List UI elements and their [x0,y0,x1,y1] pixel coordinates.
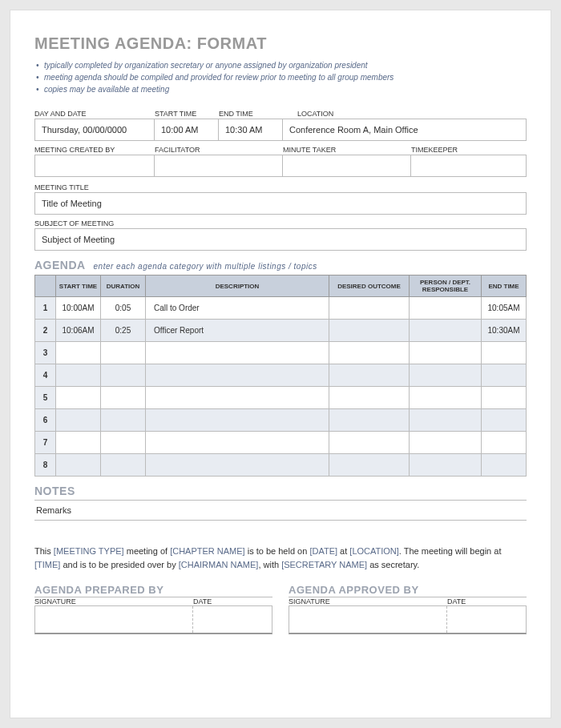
agenda-cell-end[interactable] [482,364,527,387]
agenda-cell-outcome[interactable] [329,409,410,432]
notes-field[interactable]: Remarks [34,500,527,521]
label-location: LOCATION [283,110,527,118]
agenda-row: 6 [35,409,527,432]
agenda-cell-start[interactable]: 10:00AM [56,297,101,320]
date-field[interactable] [193,606,272,633]
signature-prepared-by: AGENDA PREPARED BY SIGNATURE DATE [34,584,272,634]
agenda-row: 7 [35,432,527,454]
agenda-th-outcome: DESIRED OUTCOME [329,276,410,297]
agenda-cell-description[interactable]: Officer Report [146,320,329,342]
agenda-cell-end[interactable] [482,432,527,454]
label-date: DATE [193,597,272,605]
agenda-cell-description[interactable] [146,454,329,477]
field-start-time[interactable]: 10:00 AM [155,119,219,141]
agenda-cell-duration[interactable] [101,342,146,364]
agenda-th-duration: DURATION [101,276,146,297]
agenda-cell-end[interactable] [482,454,527,477]
agenda-cell-outcome[interactable] [329,387,410,409]
agenda-cell-start[interactable] [56,387,101,409]
agenda-cell-end[interactable] [482,409,527,432]
field-facilitator[interactable] [155,155,283,177]
agenda-cell-end[interactable]: 10:05AM [482,297,527,320]
agenda-cell-end[interactable]: 10:30AM [482,320,527,342]
agenda-cell-person[interactable] [410,320,482,342]
agenda-cell-person[interactable] [410,454,482,477]
agenda-cell-outcome[interactable] [329,320,410,342]
agenda-cell-outcome[interactable] [329,364,410,387]
label-minute-taker: MINUTE TAKER [283,146,411,154]
agenda-hint: enter each agenda category with multiple… [94,262,317,271]
agenda-cell-outcome[interactable] [329,342,410,364]
agenda-cell-outcome[interactable] [329,297,410,320]
agenda-cell-outcome[interactable] [329,432,410,454]
agenda-cell-num: 6 [35,409,56,432]
agenda-cell-description[interactable] [146,387,329,409]
agenda-cell-person[interactable] [410,364,482,387]
agenda-cell-person[interactable] [410,297,482,320]
agenda-cell-duration[interactable]: 0:25 [101,320,146,342]
agenda-cell-duration[interactable] [101,409,146,432]
agenda-row: 210:06AM0:25Officer Report10:30AM [35,320,527,342]
placeholder-secretary: [SECRETARY NAME] [281,560,367,569]
agenda-th-start: START TIME [56,276,101,297]
agenda-cell-outcome[interactable] [329,454,410,477]
label-signature: SIGNATURE [34,597,193,605]
agenda-cell-num: 7 [35,432,56,454]
page-title: MEETING AGENDA: FORMAT [34,34,527,53]
info-row-2: MEETING CREATED BY FACILITATOR MINUTE TA… [34,143,527,177]
agenda-cell-person[interactable] [410,342,482,364]
field-minute-taker[interactable] [283,155,411,177]
field-end-time[interactable]: 10:30 AM [219,119,283,141]
agenda-cell-person[interactable] [410,387,482,409]
agenda-cell-description[interactable] [146,432,329,454]
agenda-cell-duration[interactable]: 0:05 [101,297,146,320]
agenda-cell-duration[interactable] [101,432,146,454]
field-location[interactable]: Conference Room A, Main Office [283,119,527,141]
agenda-cell-end[interactable] [482,387,527,409]
field-subject[interactable]: Subject of Meeting [34,228,527,251]
agenda-cell-person[interactable] [410,432,482,454]
label-date: DATE [447,597,527,605]
signature-field[interactable] [35,606,193,633]
agenda-cell-description[interactable]: Call to Order [146,297,329,320]
agenda-cell-person[interactable] [410,409,482,432]
agenda-cell-description[interactable] [146,409,329,432]
prepared-by-heading: AGENDA PREPARED BY [34,584,272,597]
agenda-cell-start[interactable] [56,364,101,387]
agenda-cell-start[interactable] [56,454,101,477]
label-start-time: START TIME [155,110,219,118]
placeholder-date: [DATE] [309,546,337,556]
agenda-cell-start[interactable]: 10:06AM [56,320,101,342]
agenda-cell-start[interactable] [56,432,101,454]
instruction-item: typically completed by organization secr… [34,61,527,70]
signature-approved-by: AGENDA APPROVED BY SIGNATURE DATE [289,584,527,634]
footer-text: , with [258,560,281,569]
agenda-row: 110:00AM0:05Call to Order10:05AM [35,297,527,320]
date-field[interactable] [447,606,526,633]
label-meeting-title: MEETING TITLE [34,183,527,191]
label-end-time: END TIME [219,110,283,118]
footer-text: at [337,546,349,556]
agenda-cell-description[interactable] [146,342,329,364]
agenda-cell-num: 5 [35,387,56,409]
signature-field[interactable] [289,606,447,633]
agenda-cell-end[interactable] [482,342,527,364]
agenda-cell-num: 3 [35,342,56,364]
agenda-cell-start[interactable] [56,409,101,432]
agenda-th-end: END TIME [482,276,527,297]
agenda-cell-duration[interactable] [101,387,146,409]
field-meeting-title[interactable]: Title of Meeting [34,192,527,215]
agenda-row: 8 [35,454,527,477]
field-day-date[interactable]: Thursday, 00/00/0000 [34,119,155,141]
field-timekeeper[interactable] [411,155,527,177]
placeholder-chairman: [CHAIRMAN NAME] [179,560,259,569]
agenda-th-description: DESCRIPTION [146,276,329,297]
agenda-cell-description[interactable] [146,364,329,387]
field-created-by[interactable] [34,155,155,177]
agenda-cell-duration[interactable] [101,364,146,387]
agenda-table: START TIME DURATION DESCRIPTION DESIRED … [34,275,527,477]
agenda-cell-duration[interactable] [101,454,146,477]
placeholder-chapter-name: [CHAPTER NAME] [170,546,245,556]
agenda-cell-num: 4 [35,364,56,387]
agenda-cell-start[interactable] [56,342,101,364]
